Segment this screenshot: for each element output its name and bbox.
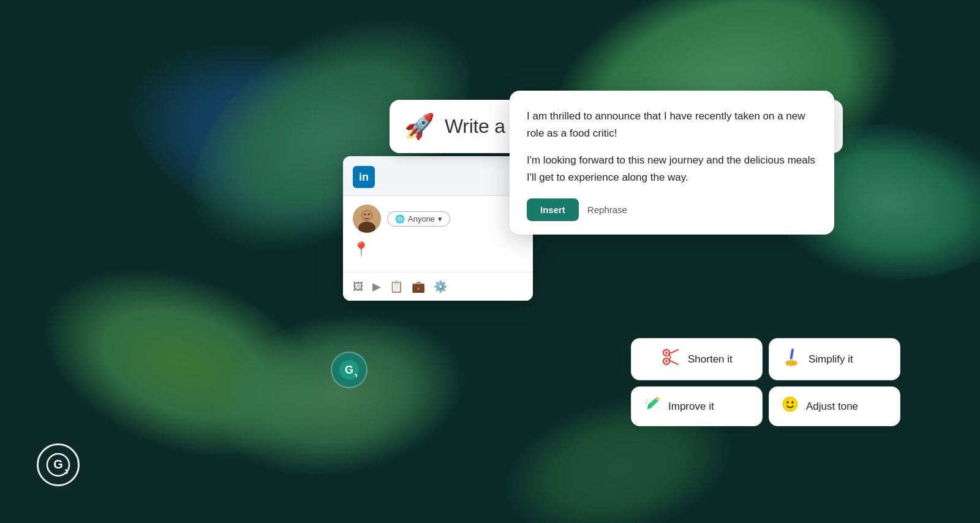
svg-text:✦: ✦ <box>645 397 649 403</box>
svg-line-15 <box>669 360 678 364</box>
grammarly-logo-bottom: G <box>37 443 80 486</box>
result-card: I am thrilled to announce that I have re… <box>510 91 834 235</box>
simplify-label: Simplify it <box>809 353 853 366</box>
briefcase-icon[interactable]: 💼 <box>412 280 425 293</box>
document-icon[interactable]: 📋 <box>390 280 403 293</box>
linkedin-logo-text: in <box>359 171 369 184</box>
linkedin-header: in <box>343 156 533 196</box>
video-icon[interactable]: ▶ <box>372 280 381 293</box>
linkedin-logo: in <box>353 166 375 188</box>
settings-icon[interactable]: ⚙️ <box>434 280 447 293</box>
svg-point-29 <box>658 407 659 408</box>
linkedin-body: 🌐 Anyone ▾ 📍 <box>343 196 533 272</box>
audience-button[interactable]: 🌐 Anyone ▾ <box>387 211 450 227</box>
adjust-tone-label: Adjust tone <box>806 401 858 413</box>
linkedin-toolbar: 🖼 ▶ 📋 💼 ⚙️ <box>343 272 533 301</box>
user-row: 🌐 Anyone ▾ <box>353 205 523 233</box>
svg-point-13 <box>665 360 668 363</box>
improve-it-button[interactable]: ✦ ✦ Improve it <box>631 386 763 426</box>
svg-text:✦: ✦ <box>657 396 661 402</box>
shorten-it-button[interactable]: Shorten it <box>631 338 763 380</box>
action-buttons-grid: Shorten it Simplify it ✦ ✦ Improve it <box>631 338 900 426</box>
svg-point-32 <box>783 397 797 412</box>
svg-point-33 <box>786 401 789 404</box>
svg-line-14 <box>669 350 678 354</box>
shorten-label: Shorten it <box>688 353 733 366</box>
linkedin-card: in 🌐 Anyone ▾ 📍 <box>343 156 533 301</box>
result-text: I am thrilled to announce that I have re… <box>527 108 817 186</box>
svg-point-34 <box>791 401 794 404</box>
insert-button[interactable]: Insert <box>527 198 579 221</box>
result-paragraph2: I'm looking forward to this new journey … <box>527 152 817 186</box>
smiley-icon <box>782 396 799 417</box>
rocket-icon: 🚀 <box>404 112 435 141</box>
result-actions: Insert Rephrase <box>527 198 817 221</box>
svg-rect-18 <box>790 348 794 359</box>
svg-text:G: G <box>345 364 353 376</box>
grammarly-circle-mid: G <box>331 352 368 388</box>
pencil-sparkle-icon: ✦ ✦ <box>644 396 661 417</box>
audience-label: Anyone <box>408 214 435 224</box>
scissors-icon <box>644 347 680 371</box>
result-paragraph1: I am thrilled to announce that I have re… <box>527 108 817 142</box>
avatar <box>353 205 381 233</box>
globe-icon: 🌐 <box>395 214 405 224</box>
svg-line-16 <box>669 354 671 357</box>
pin-icon: 📍 <box>353 241 523 257</box>
svg-point-8 <box>364 214 366 216</box>
chevron-down-icon: ▾ <box>438 214 442 224</box>
svg-line-17 <box>669 357 671 360</box>
svg-text:G: G <box>53 457 63 471</box>
svg-point-12 <box>665 352 668 354</box>
simplify-it-button[interactable]: Simplify it <box>769 338 900 380</box>
photo-icon[interactable]: 🖼 <box>353 280 364 293</box>
rephrase-button[interactable]: Rephrase <box>587 205 627 215</box>
broom-icon <box>782 347 801 371</box>
adjust-tone-button[interactable]: Adjust tone <box>769 386 900 426</box>
improve-label: Improve it <box>668 401 714 413</box>
svg-point-9 <box>368 214 370 216</box>
